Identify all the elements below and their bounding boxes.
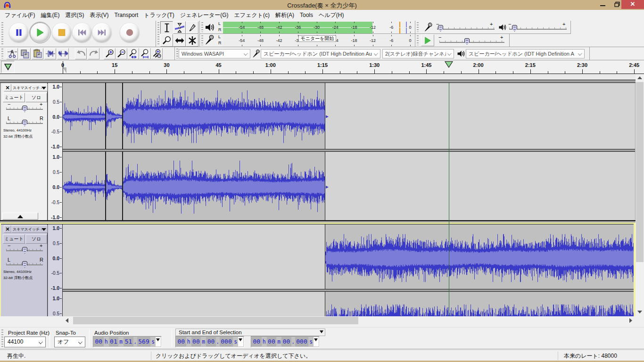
zoom-toggle-button[interactable]: [151, 48, 163, 59]
record-button[interactable]: [120, 23, 139, 42]
cut-button[interactable]: [6, 48, 18, 59]
toolbar-gripper[interactable]: [201, 35, 203, 45]
track-2-wave-area[interactable]: [63, 224, 635, 316]
pan-slider[interactable]: L R: [6, 261, 43, 268]
track-1[interactable]: ✕ スキマスイッチ -▼ ミュート ソロ − + L R: [0, 83, 635, 220]
minimize-button[interactable]: [593, 0, 611, 9]
play-button[interactable]: [31, 23, 50, 42]
time-digit-group[interactable]: 569: [137, 337, 150, 346]
track-1-control-panel[interactable]: ✕ スキマスイッチ -▼ ミュート ソロ − + L R: [1, 83, 48, 220]
track-2-vertical-ruler[interactable]: 1.00.50.0-0.5-1.01.00.5: [48, 224, 63, 316]
toolbar-gripper[interactable]: [1, 49, 3, 58]
mute-button[interactable]: ミュート: [3, 93, 25, 102]
vertical-scroll-thumb[interactable]: [636, 82, 644, 262]
recording-volume-slider[interactable]: [437, 29, 495, 30]
time-digit-group[interactable]: 51: [124, 337, 133, 346]
menu-item-8[interactable]: 解析(A): [272, 10, 297, 21]
time-digit-group[interactable]: 00: [252, 337, 262, 346]
playhead-triangle[interactable]: [446, 62, 452, 67]
audio-position-field[interactable]: 00h01m51.569s: [93, 336, 162, 347]
snap-to-select[interactable]: オフ: [54, 337, 85, 347]
recording-channels-select[interactable]: 2(ステレオ)録音チャンネル: [382, 49, 454, 58]
selection-mode-select[interactable]: Start and End of Selection: [175, 329, 325, 336]
multi-tool-button[interactable]: [186, 34, 198, 47]
gain-slider[interactable]: − +: [6, 105, 43, 113]
menu-item-5[interactable]: トラック(T): [141, 10, 177, 21]
monitor-tooltip[interactable]: モニターを開始: [298, 35, 336, 42]
playback-volume-thumb[interactable]: [512, 25, 517, 32]
redo-button[interactable]: [88, 48, 99, 59]
track-1-waveform[interactable]: [63, 83, 635, 220]
track-2-waveform[interactable]: [63, 224, 635, 316]
time-digit-group[interactable]: 000: [220, 337, 233, 346]
envelope-tool-button[interactable]: [173, 21, 186, 34]
gain-slider-thumb[interactable]: [22, 247, 27, 254]
toolbar-gripper[interactable]: [176, 49, 178, 58]
playback-device-select[interactable]: スピーカー/ヘッドホン (IDT High Definition A: [466, 49, 585, 58]
time-field-dropdown[interactable]: [156, 337, 161, 346]
play-speed-thumb[interactable]: [464, 38, 470, 45]
toolbar-gripper[interactable]: [417, 22, 419, 32]
time-digit-group[interactable]: 00: [191, 337, 201, 346]
horizontal-scrollbar[interactable]: [63, 316, 636, 325]
track-panel[interactable]: ✕ スキマスイッチ -▼ ミュート ソロ − + L R: [0, 74, 636, 316]
zoom-tool-button[interactable]: [160, 34, 173, 47]
scroll-right-arrow[interactable]: [629, 318, 632, 323]
time-digit-group[interactable]: 00: [176, 337, 186, 346]
selection-tool-button[interactable]: [160, 21, 173, 34]
recording-volume-thumb[interactable]: [438, 25, 443, 32]
time-digit-group[interactable]: 00: [267, 337, 277, 346]
menu-item-1[interactable]: 編集(E): [38, 10, 62, 21]
selection-end-field[interactable]: 00h00m00.000s: [251, 336, 320, 347]
time-digit-group[interactable]: 01: [109, 337, 119, 346]
pause-button[interactable]: [9, 23, 28, 42]
stop-button[interactable]: [52, 23, 71, 42]
gain-slider-thumb[interactable]: [22, 106, 27, 112]
recording-device-select[interactable]: スピーカー/ヘッドホン (IDT High Definition Au: [261, 49, 380, 58]
horizontal-scroll-thumb[interactable]: [73, 317, 358, 324]
time-digit-group[interactable]: 000: [295, 337, 308, 346]
scroll-left-arrow[interactable]: [66, 318, 68, 323]
play-speed-slider[interactable]: [439, 42, 504, 43]
menu-item-0[interactable]: ファイル(F): [2, 10, 38, 21]
time-digit-group[interactable]: 00: [94, 337, 104, 346]
track-close-button[interactable]: ✕: [4, 84, 11, 91]
toolbar-gripper[interactable]: [1, 22, 3, 45]
fit-selection-button[interactable]: [127, 48, 139, 59]
play-at-speed-button[interactable]: [421, 34, 434, 46]
paste-button[interactable]: [32, 48, 43, 59]
pan-slider[interactable]: L R: [6, 119, 43, 127]
zoom-in-button[interactable]: [104, 48, 116, 59]
track-2[interactable]: ✕ スキマスイッチ -▼ ミュート ソロ − + L R: [0, 224, 635, 316]
toolbar-gripper[interactable]: [1, 329, 3, 347]
trim-audio-button[interactable]: [44, 48, 56, 59]
solo-button[interactable]: ソロ: [25, 93, 47, 102]
gain-slider[interactable]: − +: [6, 247, 43, 254]
timeshift-tool-button[interactable]: [173, 34, 186, 47]
track-name-menu[interactable]: スキマスイッチ -▼: [11, 225, 48, 233]
toolbar-gripper[interactable]: [157, 22, 159, 45]
time-field-dropdown[interactable]: [314, 337, 319, 346]
menu-item-9[interactable]: Tools: [297, 10, 316, 20]
solo-button[interactable]: ソロ: [25, 234, 47, 244]
track-close-button[interactable]: ✕: [4, 225, 11, 233]
menu-item-6[interactable]: ジェネレーター(G): [177, 10, 231, 21]
time-digit-group[interactable]: 00: [281, 337, 291, 346]
track-name-menu[interactable]: スキマスイッチ -▼: [11, 84, 48, 91]
menu-item-2[interactable]: 選択(S): [62, 10, 87, 21]
mute-button[interactable]: ミュート: [3, 234, 25, 244]
menu-item-7[interactable]: エフェクト(c): [231, 10, 272, 21]
close-button[interactable]: ✕: [621, 0, 644, 9]
pan-slider-thumb[interactable]: [22, 120, 27, 126]
time-field-dropdown[interactable]: [238, 337, 243, 346]
pan-slider-thumb[interactable]: [22, 261, 27, 268]
draw-tool-button[interactable]: [186, 21, 198, 34]
toolbar-gripper[interactable]: [201, 22, 203, 32]
fit-project-button[interactable]: [139, 48, 151, 59]
project-rate-select[interactable]: 44100: [4, 337, 46, 347]
time-digit-group[interactable]: 00: [206, 337, 216, 346]
rewind-button[interactable]: [73, 23, 91, 42]
track-collapse-button[interactable]: [2, 213, 38, 220]
timeline-ruler[interactable]: 01530451:001:151:301:452:002:152:302:45: [0, 60, 644, 74]
forward-button[interactable]: [92, 23, 111, 42]
